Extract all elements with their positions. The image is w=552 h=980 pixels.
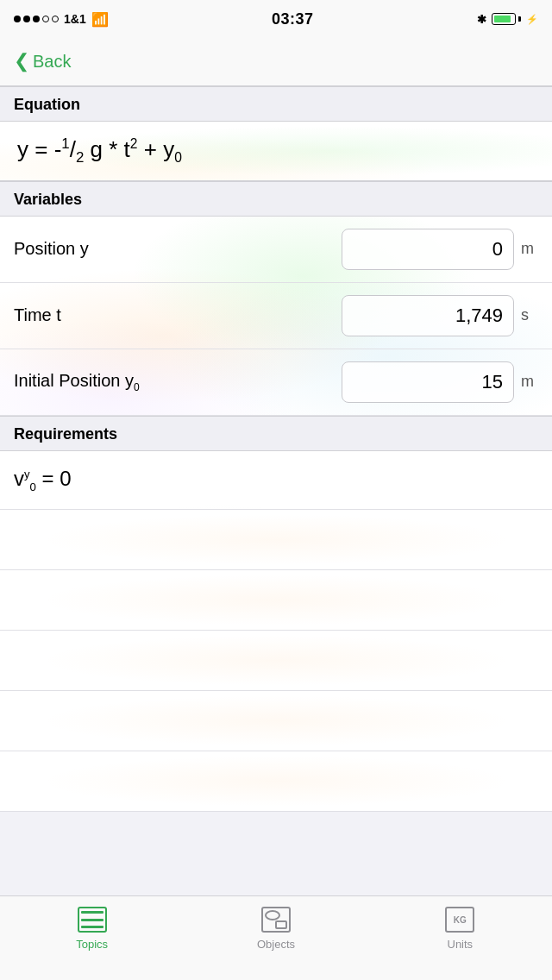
equation-section-header: Equation xyxy=(0,86,552,122)
wifi-icon: 📶 xyxy=(91,11,109,28)
dot-2 xyxy=(23,16,30,22)
tab-units-label: Units xyxy=(448,938,474,951)
back-chevron-icon: ❮ xyxy=(14,52,29,71)
topics-line-3 xyxy=(81,926,104,928)
equation-section-title: Equation xyxy=(14,96,80,113)
back-button[interactable]: ❮ Back xyxy=(14,52,71,72)
tab-units[interactable]: KG Units xyxy=(368,905,552,951)
tab-topics-label: Topics xyxy=(76,938,108,951)
requirements-section-header: Requirements xyxy=(0,416,552,451)
objects-icon-wrap xyxy=(261,905,291,934)
empty-row-1 xyxy=(0,510,552,570)
tab-bar: Topics Objects KG Units xyxy=(0,895,552,980)
status-left: 1&1 📶 xyxy=(14,11,109,28)
variable-input-wrap-initial-position: m xyxy=(342,361,538,403)
objects-oval xyxy=(265,910,280,920)
battery-tip xyxy=(518,16,521,22)
variable-input-time[interactable] xyxy=(342,295,514,336)
bluetooth-icon: ✱ xyxy=(477,13,486,26)
requirement-text-1: vy0 = 0 xyxy=(14,467,72,490)
requirements-section: vy0 = 0 xyxy=(0,451,552,812)
variable-unit-position: m xyxy=(521,240,538,258)
empty-row-3 xyxy=(0,631,552,691)
variable-unit-time: s xyxy=(521,306,538,324)
nav-bar: ❮ Back xyxy=(0,38,552,86)
objects-rect xyxy=(275,920,287,929)
battery xyxy=(492,13,521,25)
variable-unit-initial-position: m xyxy=(521,373,538,391)
variable-row-initial-position: Initial Position y0 m xyxy=(0,349,552,416)
variable-input-wrap-position: m xyxy=(342,229,538,270)
units-icon: KG xyxy=(445,907,474,933)
dot-4 xyxy=(42,16,49,22)
variables-section-header: Variables xyxy=(0,181,552,217)
tab-objects[interactable]: Objects xyxy=(184,905,367,951)
variable-input-position[interactable] xyxy=(342,229,514,270)
carrier-text: 1&1 xyxy=(64,12,86,26)
objects-icon xyxy=(261,907,291,933)
status-bar: 1&1 📶 03:37 ✱ ⚡ xyxy=(0,0,552,38)
empty-row-5 xyxy=(0,751,552,812)
back-label: Back xyxy=(33,52,71,72)
charging-icon: ⚡ xyxy=(526,14,538,25)
variables-section: Position y m Time t s Initial Position y… xyxy=(0,217,552,416)
topics-icon xyxy=(78,905,107,934)
signal-dots xyxy=(14,16,59,22)
empty-row-4 xyxy=(0,691,552,751)
battery-body xyxy=(492,13,516,25)
variable-input-initial-position[interactable] xyxy=(342,361,514,403)
dot-5 xyxy=(52,16,59,22)
topics-icon-inner xyxy=(78,907,107,933)
tab-topics[interactable]: Topics xyxy=(0,905,184,951)
equation-section: y = -1/2 g * t2 + y0 xyxy=(0,122,552,181)
dot-1 xyxy=(14,16,21,22)
tab-objects-label: Objects xyxy=(257,938,295,951)
dot-3 xyxy=(33,16,40,22)
variable-row-time: Time t s xyxy=(0,283,552,349)
battery-fill xyxy=(494,16,511,22)
status-time: 03:37 xyxy=(272,10,314,28)
variable-label-initial-position: Initial Position y0 xyxy=(14,371,342,393)
variable-label-position: Position y xyxy=(14,239,342,259)
variable-input-wrap-time: s xyxy=(342,295,538,336)
variable-label-time: Time t xyxy=(14,305,342,325)
units-icon-wrap: KG xyxy=(445,905,474,934)
equation-formula: y = -1/2 g * t2 + y0 xyxy=(17,135,535,166)
requirement-row-1: vy0 = 0 xyxy=(0,451,552,510)
topics-line-1 xyxy=(81,911,104,914)
status-right: ✱ ⚡ xyxy=(477,13,538,26)
variable-row-position: Position y m xyxy=(0,217,552,283)
topics-line-2 xyxy=(81,919,104,921)
units-icon-label: KG xyxy=(454,915,467,925)
variables-section-title: Variables xyxy=(14,191,82,208)
empty-row-2 xyxy=(0,570,552,631)
requirements-section-title: Requirements xyxy=(14,425,117,443)
